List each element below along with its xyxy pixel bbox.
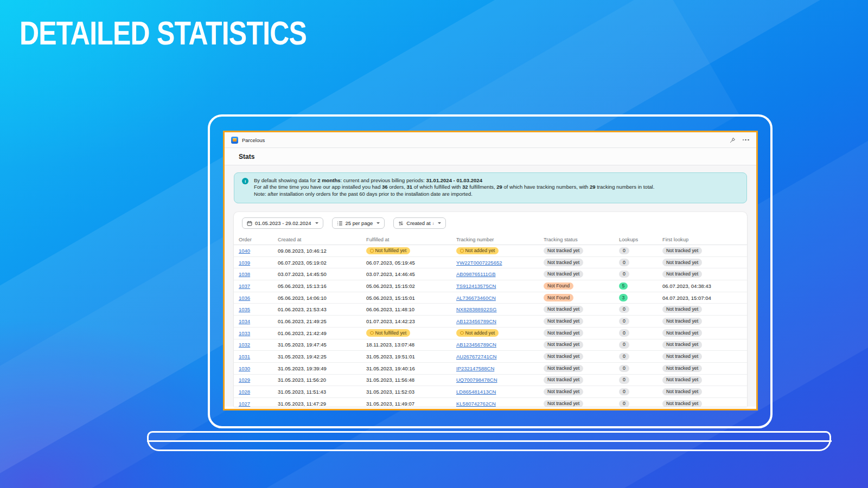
app-header: Parcelous xyxy=(225,132,756,148)
tracking-number-link[interactable]: LD865481413CN xyxy=(456,389,496,395)
cell-text: 31.05.2023, 11:52:03 xyxy=(366,389,414,395)
created-at-cell: 01.06.2023, 21:42:49 xyxy=(278,330,366,336)
tracking-status-cell: Not Found xyxy=(544,294,619,301)
banner-line: By default showing data for 2 months: cu… xyxy=(254,177,654,184)
badge-warn: Not added yet xyxy=(456,247,499,254)
created-at-cell: 31.05.2023, 11:56:20 xyxy=(278,377,366,383)
badge-succ: 5 xyxy=(619,282,628,290)
order-link[interactable]: 1032 xyxy=(239,342,250,348)
order-cell: 1033 xyxy=(239,330,278,336)
order-cell: 1030 xyxy=(239,365,278,371)
first-lookup-cell: Not tracked yet xyxy=(662,376,747,383)
lookups-cell: 0 xyxy=(619,329,662,336)
lookups-cell: 0 xyxy=(619,259,662,266)
cell-text: 31.05.2023, 19:51:01 xyxy=(366,354,415,359)
badge-gray: Not tracked yet xyxy=(662,400,702,407)
order-cell: 1034 xyxy=(239,318,278,324)
created-at-cell: 31.05.2023, 19:39:49 xyxy=(278,365,366,371)
fulfilled-at-cell: 03.07.2023, 14:46:45 xyxy=(366,271,456,277)
order-link[interactable]: 1040 xyxy=(239,248,250,254)
order-cell: 1027 xyxy=(239,401,278,407)
badge-gray: Not tracked yet xyxy=(544,271,583,278)
incomplete-icon xyxy=(460,331,464,335)
column-header-order: Order xyxy=(239,237,278,242)
cell-text: 05.06.2023, 14:06:10 xyxy=(278,295,327,301)
badge-gray: Not tracked yet xyxy=(662,247,702,254)
cell-text: 18.11.2023, 13:07:48 xyxy=(366,342,414,348)
fulfilled-at-cell: Not fulfilled yet xyxy=(366,247,456,254)
cell-text: 06.07.2023, 05:19:45 xyxy=(366,260,415,266)
tracking-number-cell: Not added yet xyxy=(456,329,544,336)
tracking-number-cell: YW22T0007225652 xyxy=(456,260,544,266)
tracking-number-cell: UQ700798478CN xyxy=(456,377,544,383)
per-page-filter-button[interactable]: 25 per page xyxy=(332,217,385,229)
date-range-filter-button[interactable]: 01.05.2023 - 29.02.2024 xyxy=(242,217,323,229)
table-row: 103401.06.2023, 21:49:2501.07.2023, 14:4… xyxy=(234,316,747,328)
cell-text: 05.06.2023, 15:15:02 xyxy=(366,283,415,289)
tracking-status-cell: Not tracked yet xyxy=(544,271,619,278)
sort-filter-button[interactable]: Created at ↓ xyxy=(393,217,446,229)
tracking-number-link[interactable]: AL736673460CN xyxy=(456,295,496,301)
tracking-number-link[interactable]: NX828388922SG xyxy=(456,306,496,312)
first-lookup-cell: Not tracked yet xyxy=(662,400,747,407)
incomplete-icon xyxy=(370,249,374,253)
cell-text: 01.06.2023, 21:42:49 xyxy=(278,330,327,336)
order-link[interactable]: 1033 xyxy=(239,330,250,336)
cell-text: 05.06.2023, 15:13:16 xyxy=(278,283,327,289)
cell-text: 31.05.2023, 11:56:20 xyxy=(278,377,326,383)
app-name: Parcelous xyxy=(242,137,265,143)
order-link[interactable]: 1035 xyxy=(239,306,250,312)
badge-gray: Not tracked yet xyxy=(662,341,702,348)
badge-gray: Not tracked yet xyxy=(662,376,702,383)
order-link[interactable]: 1029 xyxy=(239,377,250,383)
table-row: 102731.05.2023, 11:47:2931.05.2023, 11:4… xyxy=(234,398,747,407)
badge-gray: Not tracked yet xyxy=(662,388,702,395)
order-link[interactable]: 1028 xyxy=(239,389,250,395)
orders-table-card: 01.05.2023 - 29.02.2024 25 per page xyxy=(234,212,747,407)
tracking-status-cell: Not tracked yet xyxy=(544,353,619,360)
tracking-number-link[interactable]: AB123456789CN xyxy=(456,342,496,348)
created-at-cell: 31.05.2023, 19:47:45 xyxy=(278,342,366,348)
order-link[interactable]: 1034 xyxy=(239,318,250,324)
order-link[interactable]: 1038 xyxy=(239,271,250,277)
tracking-number-link[interactable]: TS912413575CN xyxy=(456,283,496,289)
lookups-cell: 0 xyxy=(619,353,662,360)
tracking-number-link[interactable]: IP232147588CN xyxy=(456,365,494,371)
cell-text: 06.07.2023, 04:38:43 xyxy=(662,283,711,289)
badge-crit: Not Found xyxy=(544,282,573,290)
package-icon xyxy=(233,138,237,142)
lookups-cell: 3 xyxy=(619,294,662,301)
tracking-status-cell: Not Found xyxy=(544,282,619,290)
tracking-number-link[interactable]: AB123456789CN xyxy=(456,318,496,324)
stats-heading: Stats xyxy=(239,153,254,160)
tracking-number-cell: AU267672741CN xyxy=(456,354,544,359)
tracking-number-link[interactable]: AB098765111GB xyxy=(456,271,496,277)
fulfilled-at-cell: 06.06.2023, 11:48:10 xyxy=(366,306,456,312)
order-link[interactable]: 1039 xyxy=(239,260,250,266)
order-link[interactable]: 1031 xyxy=(239,354,250,359)
tracking-number-cell: AB098765111GB xyxy=(456,271,544,277)
pin-icon[interactable] xyxy=(730,137,736,143)
order-link[interactable]: 1030 xyxy=(239,365,250,371)
badge-crit: Not Found xyxy=(544,294,573,301)
first-lookup-cell: Not tracked yet xyxy=(662,318,747,325)
badge-gray: Not tracked yet xyxy=(544,353,583,360)
tracking-status-cell: Not tracked yet xyxy=(544,400,619,407)
more-menu-icon[interactable] xyxy=(742,139,750,141)
tracking-number-link[interactable]: KL580742762CN xyxy=(456,401,496,407)
badge-gray: 0 xyxy=(619,388,629,395)
tracking-number-link[interactable]: AU267672741CN xyxy=(456,354,496,359)
order-cell: 1036 xyxy=(239,295,278,301)
order-link[interactable]: 1036 xyxy=(239,295,250,301)
tracking-number-link[interactable]: YW22T0007225652 xyxy=(456,260,502,266)
table-body: 104009.08.2023, 10:46:12Not fulfilled ye… xyxy=(234,245,747,407)
badge-warn: Not fulfilled yet xyxy=(366,247,410,254)
badge-gray: 0 xyxy=(619,353,629,360)
order-link[interactable]: 1037 xyxy=(239,283,250,289)
tracking-number-link[interactable]: UQ700798478CN xyxy=(456,377,497,383)
badge-gray: Not tracked yet xyxy=(544,329,583,336)
first-lookup-cell: Not tracked yet xyxy=(662,329,747,336)
badge-gray: 0 xyxy=(619,306,629,313)
incomplete-icon xyxy=(460,249,464,253)
order-link[interactable]: 1027 xyxy=(239,401,250,407)
